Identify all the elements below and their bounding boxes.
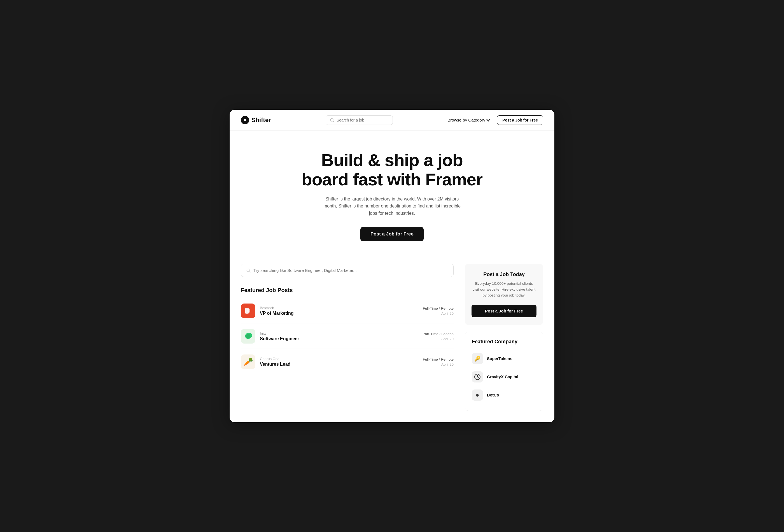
sidebar: Post a Job Today Everyday 10,000+ potent…: [465, 264, 543, 411]
hero-headline: Build & ship a job board fast with Frame…: [241, 150, 543, 189]
company-name-supertokens: SuperTokens: [487, 357, 512, 361]
job-left: Inity Software Engineer: [241, 329, 299, 343]
job-info-inity: Inity Software Engineer: [260, 331, 299, 341]
company-name: Chorus One: [260, 357, 290, 361]
chevron-down-icon: [486, 118, 490, 122]
sidebar-card-description: Everyday 10,000+ potential clients visit…: [472, 281, 536, 299]
page-container: ✕ Shifter Browse by Category Post a Job …: [230, 110, 554, 422]
job-item-betatech[interactable]: Betatech VP of Marketing Full-Time / Rem…: [241, 299, 454, 324]
svg-point-2: [247, 269, 250, 272]
company-badge-dotco: ●: [472, 390, 483, 401]
logo-text: Shifter: [251, 116, 271, 124]
post-job-sidebar-button[interactable]: Post a Job for Free: [472, 305, 536, 317]
post-job-nav-button[interactable]: Post a Job for Free: [497, 115, 543, 125]
nav-right: Browse by Category Post a Job for Free: [447, 115, 543, 125]
featured-jobs-section: Featured Job Posts Betatech VP of Market…: [241, 287, 454, 374]
company-name: Betatech: [260, 306, 294, 310]
job-info-betatech: Betatech VP of Marketing: [260, 306, 294, 316]
svg-point-0: [330, 118, 333, 121]
job-type: Full-Time / Remote: [423, 306, 454, 310]
job-date: April 20: [423, 362, 454, 366]
job-type: Part-Time / London: [422, 332, 454, 336]
job-left: Betatech VP of Marketing: [241, 304, 294, 318]
browse-category-button[interactable]: Browse by Category: [447, 118, 490, 122]
job-item-chorus[interactable]: 🥕 Chorus One Ventures Lead Full-Time / R…: [241, 349, 454, 374]
job-type: Full-Time / Remote: [423, 357, 454, 362]
company-logo-chorus: 🥕: [241, 355, 255, 369]
company-badge-gravityx: [472, 371, 483, 383]
featured-company-card: Featured Company 🔑 SuperTokens GravityX …: [465, 332, 543, 411]
company-logo-betatech: [241, 304, 255, 318]
search-icon: [330, 118, 334, 122]
company-name: Inity: [260, 331, 299, 335]
navbar: ✕ Shifter Browse by Category Post a Job …: [230, 110, 554, 131]
job-right: Part-Time / London April 20: [422, 332, 454, 341]
job-date: April 20: [422, 337, 454, 341]
job-title: VP of Marketing: [260, 311, 294, 316]
company-name-dotco: DotCo: [487, 393, 499, 397]
company-row-dotco[interactable]: ● DotCo: [472, 386, 536, 404]
hero-section: Build & ship a job board fast with Frame…: [230, 131, 554, 258]
post-job-sidebar-card: Post a Job Today Everyday 10,000+ potent…: [465, 264, 543, 325]
job-item-inity[interactable]: Inity Software Engineer Part-Time / Lond…: [241, 324, 454, 349]
svg-line-3: [249, 271, 250, 273]
company-logo-inity: [241, 329, 255, 343]
job-title: Ventures Lead: [260, 362, 290, 367]
company-row-gravityx[interactable]: GravityX Capital: [472, 368, 536, 386]
job-search-input[interactable]: [253, 268, 448, 273]
svg-line-1: [333, 121, 334, 122]
main-column: Featured Job Posts Betatech VP of Market…: [241, 264, 454, 411]
company-badge-supertokens: 🔑: [472, 353, 483, 364]
job-info-chorus: Chorus One Ventures Lead: [260, 357, 290, 367]
job-left: 🥕 Chorus One Ventures Lead: [241, 355, 290, 369]
logo[interactable]: ✕ Shifter: [241, 116, 271, 124]
company-name-gravityx: GravityX Capital: [487, 375, 518, 379]
svg-rect-5: [247, 309, 250, 312]
job-right: Full-Time / Remote April 20: [423, 357, 454, 366]
sidebar-card-title: Post a Job Today: [472, 272, 536, 278]
nav-search-box[interactable]: [326, 115, 393, 125]
featured-jobs-title: Featured Job Posts: [241, 287, 454, 293]
job-list: Betatech VP of Marketing Full-Time / Rem…: [241, 299, 454, 374]
job-search-bar[interactable]: [241, 264, 454, 277]
company-row-supertokens[interactable]: 🔑 SuperTokens: [472, 350, 536, 368]
nav-search-input[interactable]: [337, 118, 389, 122]
job-date: April 20: [423, 311, 454, 315]
job-title: Software Engineer: [260, 336, 299, 341]
content-area: Featured Job Posts Betatech VP of Market…: [230, 258, 554, 422]
chorus-logo-icon: 🥕: [243, 357, 253, 366]
post-job-hero-button[interactable]: Post a Job for Free: [360, 227, 424, 241]
logo-icon: ✕: [241, 116, 249, 124]
hero-subtitle: Shifter is the largest job directory in …: [319, 195, 465, 217]
job-search-icon: [246, 268, 251, 273]
job-right: Full-Time / Remote April 20: [423, 306, 454, 315]
featured-company-title: Featured Company: [472, 339, 536, 345]
